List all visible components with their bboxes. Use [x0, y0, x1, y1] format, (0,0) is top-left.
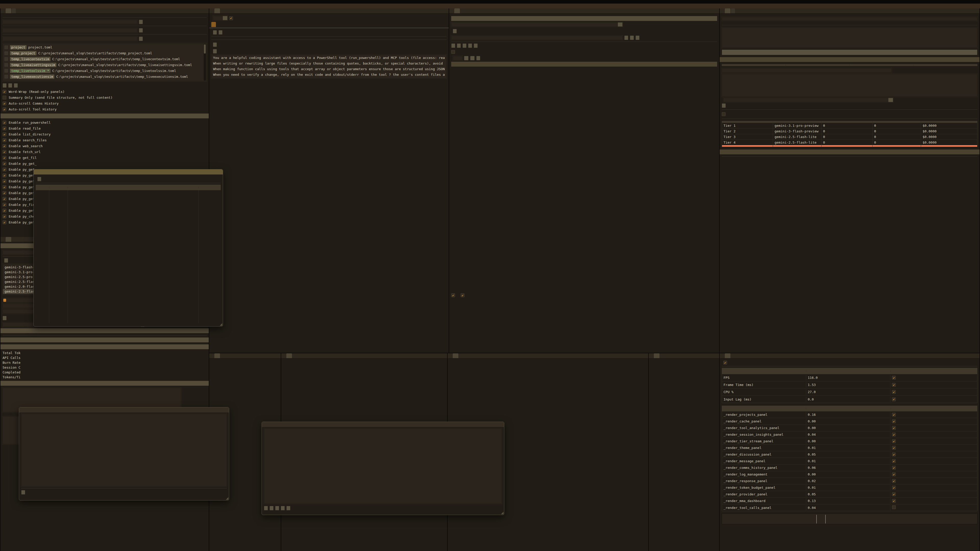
collapse-menu-icon[interactable]	[281, 353, 286, 358]
graph-checkbox[interactable]	[892, 419, 896, 423]
checkbox-icon[interactable]	[3, 121, 6, 124]
checkbox-icon[interactable]	[3, 162, 6, 165]
graph-checkbox[interactable]	[892, 439, 896, 443]
tool-calls-window[interactable]	[33, 169, 223, 327]
resize-grip[interactable]	[501, 512, 504, 514]
col-avg[interactable]	[806, 408, 891, 410]
graph-checkbox[interactable]	[892, 499, 896, 503]
file-tag-chip[interactable]: temp_project	[10, 51, 37, 56]
output-browse-button[interactable]	[139, 37, 143, 41]
col-input[interactable]	[821, 121, 873, 123]
col-actions[interactable]	[913, 64, 977, 66]
col-graph[interactable]	[891, 370, 977, 372]
minus-all-button[interactable]	[457, 43, 461, 48]
file-tag-chip[interactable]: project	[10, 45, 27, 49]
discussion-branch-combo[interactable]	[451, 22, 623, 27]
checkbox-icon[interactable]	[3, 96, 6, 100]
tier-model-config-header[interactable]	[720, 149, 980, 154]
track-type-combo[interactable]	[723, 98, 893, 102]
graph-checkbox[interactable]	[892, 505, 896, 509]
plus-all-button[interactable]	[463, 43, 466, 48]
col-cost[interactable]	[921, 121, 977, 123]
checkbox-icon[interactable]	[3, 168, 6, 171]
remove-file-icon[interactable]	[4, 75, 8, 79]
step-mode-checkbox[interactable]	[722, 112, 725, 116]
track-name-input[interactable]	[722, 68, 892, 73]
agent-tool-row[interactable]: Enable list_directory	[3, 131, 207, 137]
add-entry-button[interactable]	[451, 43, 455, 48]
response-content[interactable]	[21, 414, 227, 487]
graph-checkbox[interactable]	[892, 413, 896, 416]
popout-response-checkbox[interactable]	[461, 293, 465, 297]
file-tag-chip[interactable]: temp_livecontextsim	[10, 57, 51, 61]
discussion-name-input[interactable]	[451, 35, 623, 40]
agent-tool-row[interactable]: Enable run_powershell	[3, 120, 207, 125]
response-window[interactable]	[19, 407, 229, 500]
col-script[interactable]	[68, 187, 199, 188]
reset-button[interactable]	[281, 506, 285, 510]
context-option-row[interactable]: Summary Only (send file structure, not f…	[3, 95, 207, 100]
file-tag-chip[interactable]: temp_liveexecutionsim	[10, 75, 54, 79]
rename-button[interactable]	[630, 35, 634, 40]
col-num[interactable]	[36, 187, 49, 188]
tab-mma-dashboard[interactable]	[725, 8, 730, 13]
col-tier[interactable]	[722, 121, 773, 123]
graph-checkbox[interactable]	[892, 426, 896, 430]
col-title[interactable]	[722, 64, 786, 66]
context-option-row[interactable]: Word-Wrap (Read-only panels)	[3, 89, 207, 95]
output-dir-input[interactable]	[3, 37, 137, 41]
collapse-menu-icon[interactable]	[720, 353, 725, 358]
popout-toolcalls-checkbox[interactable]	[229, 16, 233, 20]
truncate-button[interactable]	[476, 56, 480, 60]
tool-calls-titlebar[interactable]	[34, 169, 223, 175]
checkbox-icon[interactable]	[3, 185, 6, 189]
col-model[interactable]	[773, 121, 821, 123]
tab-diagnostics[interactable]	[725, 353, 730, 358]
tab-tier4-qa[interactable]	[654, 353, 659, 358]
md-only-button[interactable]	[275, 506, 279, 510]
remove-file-icon[interactable]	[4, 57, 8, 61]
tab-tier3-workers[interactable]	[453, 353, 458, 358]
tab-log-management[interactable]	[731, 8, 735, 13]
expand-system-button[interactable]	[213, 49, 217, 54]
tab-discussion-hub[interactable]	[454, 8, 460, 13]
collapse-menu-icon[interactable]	[448, 353, 453, 358]
agent-tool-row[interactable]: Enable fetch_url	[3, 149, 207, 155]
autoadd-checkbox[interactable]	[451, 50, 455, 54]
checkbox-icon[interactable]	[3, 221, 6, 224]
slider-knob[interactable]	[3, 299, 6, 302]
checkbox-icon[interactable]	[3, 150, 6, 154]
checkbox-icon[interactable]	[3, 191, 6, 195]
graph-checkbox[interactable]	[892, 459, 896, 463]
agent-tool-row[interactable]: Enable search_files	[3, 137, 207, 143]
col-status[interactable]	[786, 64, 850, 66]
file-tag-chip[interactable]: temp_livetoolssim *	[10, 68, 51, 73]
remove-file-icon[interactable]	[4, 45, 8, 49]
remove-file-icon[interactable]	[4, 63, 8, 67]
checkbox-icon[interactable]	[3, 203, 6, 206]
col-metric[interactable]	[722, 370, 806, 372]
message-titlebar[interactable]	[262, 422, 504, 427]
checkbox-icon[interactable]	[3, 156, 6, 160]
agent-tool-row[interactable]: Enable read_file	[3, 125, 207, 131]
agent-tools-header[interactable]	[0, 114, 209, 118]
message-textarea[interactable]	[264, 428, 502, 504]
resize-grip[interactable]	[220, 323, 222, 326]
checkbox-icon[interactable]	[3, 197, 6, 201]
remove-file-icon[interactable]	[4, 69, 8, 73]
popout-message-checkbox[interactable]	[451, 293, 455, 297]
dropdown-icon[interactable]	[618, 22, 622, 27]
gen-send-button[interactable]	[269, 506, 274, 510]
load-log-button[interactable]	[218, 30, 223, 35]
conductor-setup-header[interactable]	[720, 57, 980, 62]
agent-tool-row[interactable]: Enable py_get_	[3, 161, 207, 167]
save-button[interactable]	[474, 43, 478, 48]
keep-pairs-input[interactable]	[453, 56, 463, 60]
save-all-button[interactable]	[14, 83, 18, 88]
checkbox-icon[interactable]	[3, 132, 6, 136]
col-progress[interactable]	[850, 64, 913, 66]
collapse-menu-icon[interactable]	[0, 237, 6, 242]
graph-checkbox[interactable]	[892, 397, 896, 401]
dropdown-icon[interactable]	[223, 16, 228, 20]
tool-usage-analytics-header[interactable]	[0, 338, 209, 342]
